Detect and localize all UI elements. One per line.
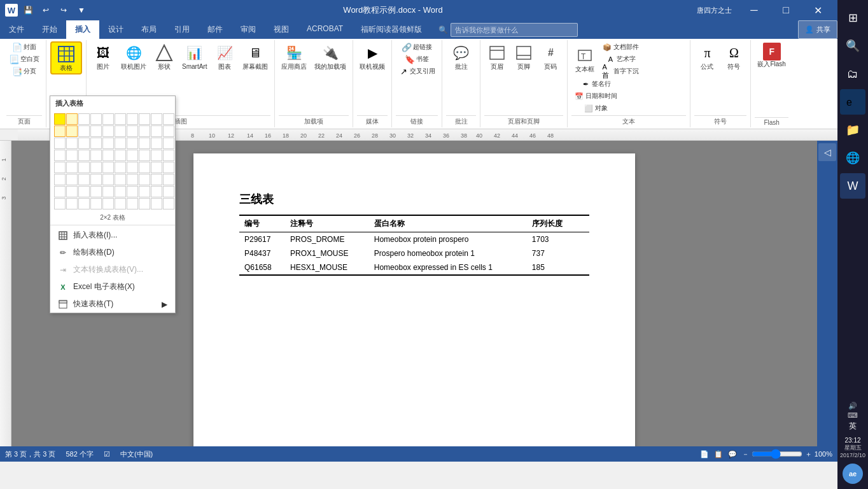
grid-cell[interactable] xyxy=(127,138,138,149)
grid-cell[interactable] xyxy=(90,162,102,173)
grid-cell[interactable] xyxy=(139,174,150,185)
status-icon-3[interactable]: 💬 xyxy=(728,450,737,458)
grid-cell[interactable] xyxy=(151,174,162,185)
grid-cell[interactable] xyxy=(163,174,174,185)
grid-cell[interactable] xyxy=(54,113,66,125)
grid-cell[interactable] xyxy=(102,150,114,161)
grid-cell[interactable] xyxy=(78,162,90,173)
grid-cell[interactable] xyxy=(163,150,174,161)
btn-datetime[interactable]: 📅 日期和时间 xyxy=(571,90,620,102)
tray-icon-2[interactable]: ⌨ xyxy=(848,411,858,420)
grid-cell[interactable] xyxy=(78,198,90,209)
btn-signature[interactable]: ✒ 签名行 xyxy=(571,78,620,90)
qat-redo[interactable]: ↪ xyxy=(56,3,71,18)
btn-dropcap[interactable]: A首 首字下沉 xyxy=(599,66,641,77)
status-icon-2[interactable]: 📋 xyxy=(714,450,723,458)
btn-store[interactable]: 🏪 应用商店 xyxy=(279,41,309,72)
btn-bookmark[interactable]: 🔖 书签 xyxy=(396,53,438,65)
share-button[interactable]: 👤共享 xyxy=(798,20,837,39)
grid-cell[interactable] xyxy=(66,150,78,161)
grid-cell[interactable] xyxy=(66,198,78,209)
btn-symbol[interactable]: Ω 符号 xyxy=(721,41,746,72)
grid-cell[interactable] xyxy=(151,198,162,209)
grid-cell[interactable] xyxy=(54,174,66,185)
grid-cell[interactable] xyxy=(127,113,138,125)
grid-cell[interactable] xyxy=(163,198,174,209)
btn-cross-ref[interactable]: ↗ 交叉引用 xyxy=(396,66,438,77)
grid-cell[interactable] xyxy=(115,138,126,149)
grid-cell[interactable] xyxy=(90,125,102,137)
search-taskbar[interactable]: 🔍 xyxy=(840,33,865,59)
grid-cell[interactable] xyxy=(78,150,90,161)
grid-cell[interactable] xyxy=(54,198,66,209)
grid-cell[interactable] xyxy=(163,162,174,173)
edge-icon[interactable]: e xyxy=(840,89,865,115)
qat-save[interactable]: 💾 xyxy=(20,3,36,18)
sidebar-expand[interactable]: ◁ xyxy=(818,143,836,161)
btn-page-num[interactable]: # 页码 xyxy=(538,41,563,72)
btn-flash[interactable]: F 嵌入Flash xyxy=(755,41,788,69)
grid-cell[interactable] xyxy=(102,125,114,137)
btn-header[interactable]: 页眉 xyxy=(484,41,510,72)
grid-cell[interactable] xyxy=(78,125,90,137)
grid-cell[interactable] xyxy=(163,113,174,125)
grid-cell[interactable] xyxy=(115,150,126,161)
tab-acrobat[interactable]: ACROBAT xyxy=(298,20,352,39)
file-explorer[interactable]: 📁 xyxy=(840,117,865,143)
grid-cell[interactable] xyxy=(102,174,114,185)
tab-mailings[interactable]: 邮件 xyxy=(199,20,232,39)
btn-online-video[interactable]: ▶ 联机视频 xyxy=(357,41,388,72)
grid-cell[interactable] xyxy=(90,150,102,161)
grid-cell[interactable] xyxy=(102,138,114,149)
grid-cell[interactable] xyxy=(151,186,162,197)
btn-object[interactable]: ⬜ 对象 xyxy=(571,103,620,114)
close-button[interactable]: ✕ xyxy=(803,0,832,20)
grid-cell[interactable] xyxy=(127,186,138,197)
zoom-control[interactable]: － ＋ 100% xyxy=(742,449,832,459)
grid-cell[interactable] xyxy=(90,113,102,125)
btn-online-pic[interactable]: 🌐 联机图片 xyxy=(118,41,149,72)
grid-cell[interactable] xyxy=(139,150,150,161)
zoom-slider[interactable] xyxy=(752,449,802,459)
grid-cell[interactable] xyxy=(163,125,174,137)
grid-cell[interactable] xyxy=(127,150,138,161)
tab-home[interactable]: 开始 xyxy=(33,20,66,39)
grid-cell[interactable] xyxy=(115,113,126,125)
grid-cell[interactable] xyxy=(163,138,174,149)
btn-footer[interactable]: 页脚 xyxy=(511,41,536,72)
grid-cell[interactable] xyxy=(139,113,150,125)
grid-cell[interactable] xyxy=(139,125,150,137)
grid-cell[interactable] xyxy=(54,150,66,161)
grid-cell[interactable] xyxy=(115,162,126,173)
grid-cell[interactable] xyxy=(115,125,126,137)
zoom-in-icon[interactable]: ＋ xyxy=(805,450,812,459)
menu-quick-table[interactable]: 快速表格(T) ▶ xyxy=(50,295,175,313)
btn-textbox[interactable]: T 文本框 xyxy=(571,41,598,77)
zoom-out-icon[interactable]: － xyxy=(742,450,749,459)
btn-smartart[interactable]: 📊 SmartArt xyxy=(179,41,209,72)
grid-cell[interactable] xyxy=(78,138,90,149)
menu-draw-table[interactable]: ✏ 绘制表格(D) xyxy=(50,244,175,261)
btn-picture[interactable]: 🖼 图片 xyxy=(90,41,116,72)
grid-cell[interactable] xyxy=(66,113,78,125)
btn-hyperlink[interactable]: 🔗 超链接 xyxy=(396,41,438,53)
ribbon-search-input[interactable] xyxy=(451,23,578,37)
grid-cell[interactable] xyxy=(90,174,102,185)
grid-cell[interactable] xyxy=(54,138,66,149)
grid-cell[interactable] xyxy=(102,113,114,125)
btn-shapes[interactable]: 形状 xyxy=(151,41,177,72)
tab-file[interactable]: 文件 xyxy=(0,20,33,39)
grid-cell[interactable] xyxy=(151,113,162,125)
tab-design[interactable]: 设计 xyxy=(99,20,132,39)
tab-insert[interactable]: 插入 xyxy=(66,20,99,39)
tab-view[interactable]: 视图 xyxy=(265,20,298,39)
btn-comment[interactable]: 💬 批注 xyxy=(449,41,474,72)
grid-cell[interactable] xyxy=(54,186,66,197)
btn-table[interactable]: 表格 xyxy=(50,41,82,74)
grid-cell[interactable] xyxy=(66,138,78,149)
grid-cell[interactable] xyxy=(78,113,90,125)
grid-cell[interactable] xyxy=(78,174,90,185)
qat-undo[interactable]: ↩ xyxy=(38,3,53,18)
grid-cell[interactable] xyxy=(151,162,162,173)
grid-cell[interactable] xyxy=(90,198,102,209)
